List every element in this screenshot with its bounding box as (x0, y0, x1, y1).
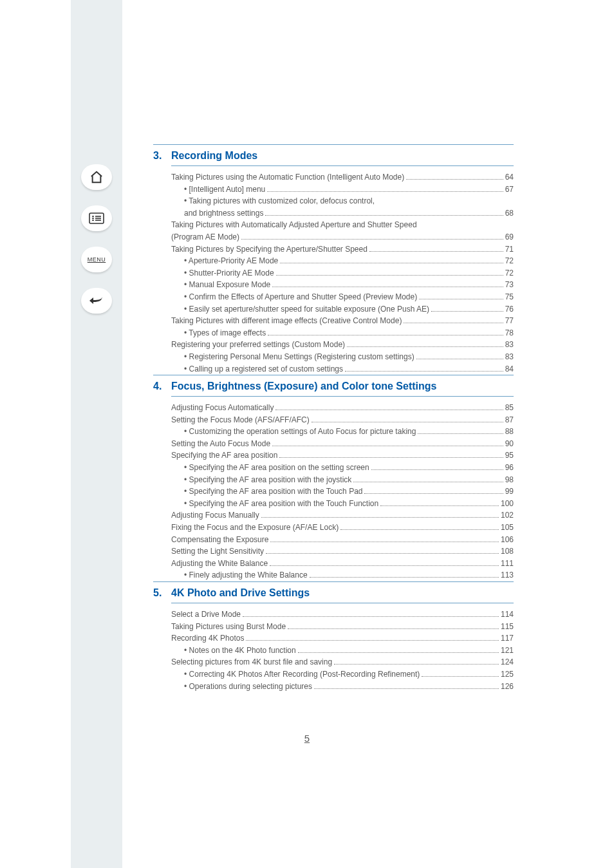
toc-entry-page: 115 (501, 621, 514, 633)
section-divider-top (153, 375, 514, 375)
section-header[interactable]: 4.Focus, Brightness (Exposure) and Color… (153, 381, 514, 392)
toc-entry[interactable]: Setting the Focus Mode (AFS/AFF/AFC)87 (171, 414, 514, 426)
toc-entry[interactable]: Registering your preferred settings (Cus… (171, 339, 514, 351)
toc-entry[interactable]: • Easily set aperture/shutter speed for … (171, 303, 514, 316)
toc-entry[interactable]: • Types of image effects78 (171, 327, 514, 339)
toc-entry[interactable]: Fixing the Focus and the Exposure (AF/AE… (171, 522, 514, 534)
toc-leader-dots (310, 577, 499, 578)
toc-entry[interactable]: • Confirm the Effects of Aperture and Sh… (171, 291, 514, 303)
section-header[interactable]: 5.4K Photo and Drive Settings (153, 587, 514, 599)
section-title: 4K Photo and Drive Settings (171, 587, 514, 599)
toc-entry[interactable]: • Customizing the operation settings of … (171, 426, 514, 438)
toc-entry-label: Select a Drive Mode (171, 609, 241, 621)
toc-entry[interactable]: • Specifying the AF area position with t… (171, 498, 514, 510)
nav-home[interactable] (81, 164, 112, 190)
toc-entry-page: 73 (505, 279, 514, 291)
toc-entry[interactable]: Setting the Light Sensitivity108 (171, 545, 514, 558)
toc-entry-label: • Notes on the 4K Photo function (184, 645, 296, 657)
toc-entry-label: Setting the Light Sensitivity (171, 545, 264, 558)
toc-entry-page: 106 (501, 534, 514, 546)
toc-leader-dots (314, 688, 499, 689)
toc-entry[interactable]: Compensating the Exposure106 (171, 534, 514, 546)
toc-entry-label: • Easily set aperture/shutter speed for … (184, 303, 429, 316)
toc-leader-dots (404, 323, 503, 323)
toc-leader-dots (288, 628, 499, 629)
nav-back[interactable] (81, 288, 112, 314)
toc-entry[interactable]: • Specifying the AF area position with t… (171, 486, 514, 498)
toc-entry-page: 85 (505, 402, 514, 414)
nav-menu[interactable]: MENU (81, 247, 112, 272)
nav-contents[interactable] (81, 205, 112, 231)
toc-entry[interactable]: • Operations during selecting pictures12… (171, 681, 514, 693)
toc-entry-page: 68 (505, 207, 514, 220)
toc-entry[interactable]: • [Intelligent Auto] menu67 (171, 184, 514, 196)
toc-entry-page: 95 (505, 449, 514, 462)
toc-entry-label: • Specifying the AF area position with t… (184, 474, 351, 486)
toc-entry[interactable]: • Calling up a registered set of custom … (171, 363, 514, 375)
section-number: 5. (153, 587, 171, 599)
toc-entry-label: • Manual Exposure Mode (184, 279, 270, 291)
toc-entry-label: • Calling up a registered set of custom … (184, 363, 343, 375)
toc-entry[interactable]: • Specifying the AF area position with t… (171, 474, 514, 486)
section-divider-bottom (171, 165, 514, 166)
toc-entry[interactable]: Taking Pictures by Specifying the Apertu… (171, 243, 514, 256)
toc-leader-dots (369, 251, 503, 252)
toc-entry-label: Adjusting Focus Automatically (171, 402, 274, 414)
sidebar-nav: MENU (71, 164, 122, 314)
toc-entry[interactable]: Specifying the AF area position95 (171, 449, 514, 462)
toc-entry[interactable]: (Program AE Mode)69 (171, 231, 514, 243)
toc-entry-continuation[interactable]: • Taking pictures with customized color,… (171, 195, 514, 207)
toc-entry-page: 88 (505, 426, 514, 438)
toc-entry[interactable]: Setting the Auto Focus Mode90 (171, 438, 514, 450)
toc-entry-label: Taking Pictures using Burst Mode (171, 621, 286, 633)
toc-entry[interactable]: Recording 4K Photos117 (171, 632, 514, 645)
toc-leader-dots (364, 493, 503, 494)
toc-leader-dots (347, 346, 503, 347)
toc-entry[interactable]: Adjusting the White Balance111 (171, 558, 514, 570)
toc-entry[interactable]: Taking Pictures using Burst Mode115 (171, 621, 514, 633)
toc-entry[interactable]: Taking Pictures using the Automatic Func… (171, 171, 514, 184)
toc-leader-dots (261, 517, 499, 518)
toc-entry-label: Adjusting Focus Manually (171, 509, 259, 522)
toc-entry[interactable]: • Aperture-Priority AE Mode72 (171, 255, 514, 267)
toc-entry[interactable]: • Registering Personal Menu Settings (Re… (171, 351, 514, 363)
toc-entry-label: Specifying the AF area position (171, 449, 277, 462)
toc-entry-page: 64 (505, 171, 514, 184)
toc-leader-dots (406, 179, 503, 180)
toc-leader-dots (280, 263, 503, 263)
section-title: Recording Modes (171, 150, 514, 162)
section-divider-bottom (171, 603, 514, 603)
toc-entry-page: 72 (505, 255, 514, 267)
toc-entry[interactable]: • Finely adjusting the White Balance113 (171, 569, 514, 581)
toc-entry[interactable]: Taking Pictures with different image eff… (171, 315, 514, 327)
toc-entry-label: • Confirm the Effects of Aperture and Sh… (184, 291, 417, 303)
toc-entry-label: • Finely adjusting the White Balance (184, 569, 308, 581)
toc-entry[interactable]: Select a Drive Mode114 (171, 609, 514, 621)
page-number[interactable]: 5 (0, 733, 614, 744)
toc-entry[interactable]: • Manual Exposure Mode73 (171, 279, 514, 291)
toc-list: Adjusting Focus Automatically85Setting t… (171, 402, 514, 581)
back-icon (89, 295, 104, 307)
toc-entry-label: Registering your preferred settings (Cus… (171, 339, 345, 351)
toc-entry[interactable]: Adjusting Focus Automatically85 (171, 402, 514, 414)
toc-entry[interactable]: Selecting pictures from 4K burst file an… (171, 656, 514, 668)
toc-entry[interactable]: • Shutter-Priority AE Mode72 (171, 267, 514, 279)
toc-leader-dots (241, 239, 503, 240)
toc-leader-dots (298, 652, 499, 653)
toc-entry-label: Setting the Focus Mode (AFS/AFF/AFC) (171, 414, 310, 426)
toc-entry[interactable]: • Notes on the 4K Photo function121 (171, 645, 514, 657)
toc-leader-dots (243, 616, 499, 617)
toc-leader-dots (270, 565, 499, 566)
toc-entry[interactable]: • Correcting 4K Photos After Recording (… (171, 668, 514, 681)
toc-leader-dots (353, 482, 503, 482)
toc-entry-page: 83 (505, 351, 514, 363)
toc-entry-page: 69 (505, 231, 514, 243)
toc-entry[interactable]: and brightness settings68 (171, 207, 514, 220)
toc-entry-continuation[interactable]: Taking Pictures with Automatically Adjus… (171, 219, 514, 231)
toc-entry[interactable]: • Specifying the AF area position on the… (171, 462, 514, 474)
toc-leader-dots (422, 676, 499, 677)
toc-leader-dots (345, 371, 503, 372)
toc-entry-label: • Shutter-Priority AE Mode (184, 267, 274, 279)
toc-entry[interactable]: Adjusting Focus Manually102 (171, 509, 514, 522)
section-header[interactable]: 3.Recording Modes (153, 150, 514, 162)
